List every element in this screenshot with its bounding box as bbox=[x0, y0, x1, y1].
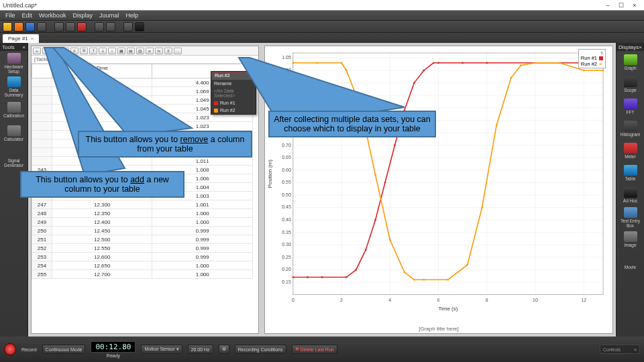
tb-rows-icon[interactable]: ≡ bbox=[70, 48, 78, 54]
sample-rate[interactable]: 20.00 Hz bbox=[188, 345, 213, 354]
table-toolbar: + − ⊞ ⌫ ≡ ⧉ ⤒ ⤓ ↕ ▦ ▤ ▥ ⌀ fx Σ … bbox=[32, 46, 258, 56]
table-row[interactable]: 25112.5000.999 bbox=[32, 235, 253, 244]
table-row[interactable]: 25212.5500.999 bbox=[32, 244, 253, 253]
menu-journal[interactable]: Journal bbox=[99, 12, 119, 19]
display-scope[interactable]: Scope bbox=[618, 74, 643, 95]
tools-panel-close-icon[interactable]: × bbox=[22, 44, 25, 50]
tb-copy-icon[interactable]: ⧉ bbox=[80, 48, 88, 54]
display-fft[interactable]: FFT bbox=[618, 96, 643, 117]
svg-rect-70 bbox=[292, 62, 294, 64]
window-minimize-button[interactable]: – bbox=[601, 2, 614, 9]
page-tab-1[interactable]: Page #1 × bbox=[3, 34, 39, 43]
tb-page-dup-icon[interactable] bbox=[66, 22, 75, 32]
menu-display[interactable]: Display bbox=[72, 12, 93, 19]
tb-grid3-icon[interactable]: ▥ bbox=[136, 48, 144, 54]
tool-data-summary[interactable]: Data Summary bbox=[1, 75, 27, 98]
tb-page-del-icon[interactable] bbox=[77, 22, 87, 32]
display-text-entry[interactable]: Text Entry Box bbox=[618, 206, 643, 228]
display-histogram[interactable]: Histogram bbox=[618, 118, 643, 139]
run1-color-swatch bbox=[214, 101, 218, 105]
legend-run1[interactable]: Run #1 bbox=[580, 55, 604, 61]
tb-sort-desc-icon[interactable]: ⤓ bbox=[99, 48, 107, 54]
data-summary-icon bbox=[7, 76, 21, 87]
record-button[interactable] bbox=[4, 343, 16, 355]
legend-close-icon[interactable]: x bbox=[601, 50, 604, 55]
tb-sigma-icon[interactable]: Σ bbox=[164, 48, 172, 54]
tb-more-icon[interactable]: … bbox=[174, 48, 182, 54]
run-dropdown-icon[interactable]: ▾ bbox=[250, 73, 252, 78]
tb-delete-icon[interactable]: ⌫ bbox=[61, 48, 69, 54]
display-image[interactable]: Image bbox=[618, 229, 643, 250]
display-meter[interactable]: Meter bbox=[618, 140, 643, 162]
tb-remove-column-icon[interactable]: − bbox=[42, 48, 50, 54]
chart-legend[interactable]: x Run #1 Run #2× bbox=[578, 49, 606, 68]
menu-help[interactable]: Help bbox=[125, 12, 138, 19]
controls-close-icon[interactable]: × bbox=[634, 347, 637, 352]
tb-undo-icon[interactable] bbox=[95, 22, 104, 32]
tb-add-column-icon[interactable]: + bbox=[33, 48, 41, 54]
table-row[interactable]: 25512.7001.000 bbox=[32, 270, 253, 279]
table-row[interactable]: 25412.6501.000 bbox=[32, 261, 253, 270]
table-row[interactable]: 24712.3001.001 bbox=[32, 200, 253, 209]
table-row[interactable]: 24912.4001.000 bbox=[32, 218, 253, 227]
main-toolbar bbox=[0, 21, 644, 33]
tb-redo-icon[interactable] bbox=[106, 22, 115, 32]
window-close-button[interactable]: × bbox=[628, 2, 641, 9]
tool-signal-generator[interactable]: Signal Generator bbox=[1, 145, 27, 168]
page-tab-close-icon[interactable]: × bbox=[31, 36, 34, 42]
sensor-selector[interactable]: Motion Sensor ▾ bbox=[141, 345, 182, 354]
tb-fx-icon[interactable]: fx bbox=[155, 48, 163, 54]
table-row[interactable]: 1.023 bbox=[32, 122, 253, 131]
graph-title-placeholder[interactable]: [Graph title here] bbox=[265, 325, 612, 333]
tb-new-icon[interactable] bbox=[3, 22, 12, 32]
table-row[interactable]: 1.011 bbox=[32, 157, 253, 166]
tb-journal-icon[interactable] bbox=[123, 22, 133, 32]
menu-file[interactable]: File bbox=[5, 12, 15, 19]
tb-snapshot-icon[interactable] bbox=[135, 22, 144, 32]
run-selector-head[interactable]: Run #2▾ bbox=[211, 72, 256, 80]
tb-grid1-icon[interactable]: ▦ bbox=[117, 48, 125, 54]
run-menu-rename[interactable]: Rename bbox=[211, 80, 256, 87]
menu-workbook[interactable]: Workbook bbox=[39, 12, 66, 19]
legend-run2[interactable]: Run #2× bbox=[580, 61, 604, 67]
display-table[interactable]: Table bbox=[618, 162, 643, 184]
tool-calculator[interactable]: Calculator bbox=[1, 122, 27, 145]
th-time[interactable]: Time (s) bbox=[52, 64, 152, 78]
run-menu-run1[interactable]: Run #1 bbox=[211, 99, 256, 107]
callout-remove-box: This button allows you to remove a colum… bbox=[78, 131, 252, 158]
display-adhoc[interactable]: Ad Hoc bbox=[618, 184, 643, 206]
svg-text:10: 10 bbox=[533, 298, 538, 302]
tool-hardware-setup[interactable]: Hardware Setup bbox=[1, 52, 27, 74]
tb-save-icon[interactable] bbox=[25, 22, 35, 32]
recording-conditions[interactable]: Recording Conditions bbox=[235, 345, 286, 354]
display-graph[interactable]: Graph bbox=[618, 52, 643, 73]
display-movie[interactable]: Movie bbox=[618, 251, 643, 272]
table-row[interactable]: 25012.4500.999 bbox=[32, 227, 253, 235]
tb-cells-icon[interactable]: ⊞ bbox=[52, 48, 60, 54]
menu-edit[interactable]: Edit bbox=[22, 12, 33, 19]
chart-area[interactable]: 0.150.200.250.300.350.400.450.500.550.60… bbox=[265, 46, 612, 325]
tb-grid2-icon[interactable]: ▤ bbox=[127, 48, 135, 54]
table-row[interactable]: 25312.6000.999 bbox=[32, 253, 253, 261]
tb-open-icon[interactable] bbox=[14, 22, 23, 32]
controls-box[interactable]: Controls× bbox=[600, 345, 640, 354]
run-menu-nodata[interactable]: <No Data Selected> bbox=[211, 87, 256, 99]
run-menu-run2[interactable]: Run #2 bbox=[211, 107, 256, 114]
svg-rect-77 bbox=[404, 272, 405, 273]
svg-text:0.40: 0.40 bbox=[282, 217, 291, 222]
svg-rect-89 bbox=[602, 70, 604, 71]
tool-calibration[interactable]: Calibration bbox=[1, 99, 27, 121]
delete-last-run[interactable]: ✖Delete Last Run bbox=[292, 345, 337, 354]
tb-sort-icon[interactable]: ↕ bbox=[108, 48, 116, 54]
tb-page-add-icon[interactable] bbox=[54, 22, 64, 32]
window-maximize-button[interactable]: ☐ bbox=[614, 2, 628, 9]
displays-panel-close-icon[interactable]: × bbox=[639, 44, 642, 50]
rate-adjust-icon[interactable]: ⚙ bbox=[219, 345, 229, 354]
mode-selector[interactable]: Continuous Mode bbox=[42, 345, 86, 354]
tb-saveas-icon[interactable] bbox=[37, 22, 46, 32]
table-row[interactable]: 24812.3501.000 bbox=[32, 209, 253, 218]
svg-rect-73 bbox=[345, 70, 347, 71]
tb-sort-asc-icon[interactable]: ⤒ bbox=[89, 48, 97, 54]
table-title[interactable]: [Table title here] bbox=[32, 56, 258, 64]
tb-stats-icon[interactable]: ⌀ bbox=[146, 48, 154, 54]
